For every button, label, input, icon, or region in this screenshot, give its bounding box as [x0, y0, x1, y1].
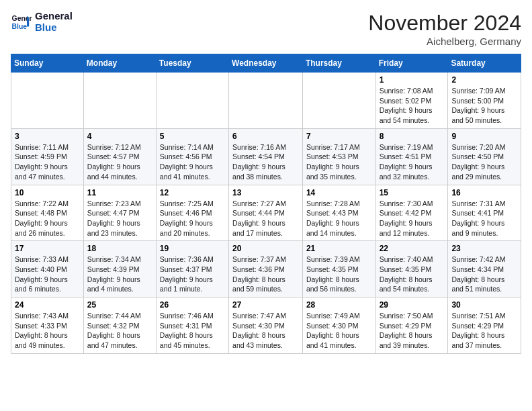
day-number: 13 — [232, 188, 299, 197]
weekday-header: Monday — [83, 54, 156, 73]
day-number: 30 — [451, 300, 517, 310]
day-number: 9 — [451, 132, 517, 141]
day-info: Sunrise: 7:11 AM Sunset: 4:59 PM Dayligh… — [15, 142, 80, 182]
day-info: Sunrise: 7:36 AM Sunset: 4:37 PM Dayligh… — [160, 255, 225, 294]
calendar-cell: 15Sunrise: 7:30 AM Sunset: 4:42 PM Dayli… — [375, 185, 448, 241]
weekday-header: Saturday — [448, 54, 521, 73]
day-number: 21 — [306, 244, 372, 253]
day-info: Sunrise: 7:09 AM Sunset: 5:00 PM Dayligh… — [451, 86, 517, 126]
day-number: 18 — [87, 244, 152, 253]
day-info: Sunrise: 7:30 AM Sunset: 4:42 PM Dayligh… — [380, 199, 445, 238]
day-info: Sunrise: 7:51 AM Sunset: 4:29 PM Dayligh… — [451, 311, 517, 351]
calendar-cell — [11, 73, 84, 129]
day-number: 8 — [380, 132, 445, 141]
day-number: 10 — [15, 188, 80, 197]
calendar-cell: 3Sunrise: 7:11 AM Sunset: 4:59 PM Daylig… — [11, 128, 84, 185]
day-number: 26 — [160, 300, 225, 310]
day-number: 29 — [380, 300, 445, 310]
day-number: 16 — [451, 188, 517, 197]
day-number: 23 — [451, 244, 517, 253]
day-info: Sunrise: 7:43 AM Sunset: 4:33 PM Dayligh… — [15, 311, 80, 351]
day-info: Sunrise: 7:17 AM Sunset: 4:53 PM Dayligh… — [306, 142, 372, 182]
day-info: Sunrise: 7:46 AM Sunset: 4:31 PM Dayligh… — [160, 311, 225, 351]
day-info: Sunrise: 7:40 AM Sunset: 4:35 PM Dayligh… — [380, 255, 445, 294]
day-info: Sunrise: 7:28 AM Sunset: 4:43 PM Dayligh… — [306, 199, 372, 238]
day-number: 14 — [306, 188, 372, 197]
day-number: 22 — [380, 244, 445, 253]
weekday-row: SundayMondayTuesdayWednesdayThursdayFrid… — [11, 54, 521, 73]
calendar-cell: 26Sunrise: 7:46 AM Sunset: 4:31 PM Dayli… — [156, 298, 228, 354]
calendar-cell: 30Sunrise: 7:51 AM Sunset: 4:29 PM Dayli… — [448, 298, 521, 354]
calendar-cell: 13Sunrise: 7:27 AM Sunset: 4:44 PM Dayli… — [229, 185, 303, 241]
calendar-cell: 17Sunrise: 7:33 AM Sunset: 4:40 PM Dayli… — [11, 241, 84, 298]
day-info: Sunrise: 7:37 AM Sunset: 4:36 PM Dayligh… — [232, 255, 299, 294]
calendar-cell: 16Sunrise: 7:31 AM Sunset: 4:41 PM Dayli… — [448, 185, 521, 241]
day-info: Sunrise: 7:20 AM Sunset: 4:50 PM Dayligh… — [451, 142, 517, 182]
day-info: Sunrise: 7:42 AM Sunset: 4:34 PM Dayligh… — [451, 255, 517, 294]
day-info: Sunrise: 7:08 AM Sunset: 5:02 PM Dayligh… — [380, 86, 445, 126]
month-title: November 2024 — [368, 11, 521, 36]
day-info: Sunrise: 7:49 AM Sunset: 4:30 PM Dayligh… — [306, 311, 372, 351]
svg-text:Blue: Blue — [12, 22, 28, 30]
weekday-header: Thursday — [302, 54, 375, 73]
logo-icon: General Blue — [11, 11, 32, 33]
svg-text:General: General — [12, 15, 32, 22]
calendar-cell: 2Sunrise: 7:09 AM Sunset: 5:00 PM Daylig… — [448, 73, 521, 129]
calendar-week-row: 10Sunrise: 7:22 AM Sunset: 4:48 PM Dayli… — [11, 185, 521, 241]
page-header: General Blue General Blue November 2024 … — [11, 11, 521, 47]
calendar-week-row: 1Sunrise: 7:08 AM Sunset: 5:02 PM Daylig… — [11, 73, 521, 129]
calendar-cell: 20Sunrise: 7:37 AM Sunset: 4:36 PM Dayli… — [229, 241, 303, 298]
calendar-cell — [302, 73, 375, 129]
calendar-cell — [229, 73, 303, 129]
calendar-week-row: 3Sunrise: 7:11 AM Sunset: 4:59 PM Daylig… — [11, 128, 521, 185]
calendar-cell — [83, 73, 156, 129]
day-number: 4 — [87, 132, 152, 141]
calendar-cell: 29Sunrise: 7:50 AM Sunset: 4:29 PM Dayli… — [375, 298, 448, 354]
day-info: Sunrise: 7:34 AM Sunset: 4:39 PM Dayligh… — [87, 255, 152, 294]
location-subtitle: Aichelberg, Germany — [368, 36, 521, 47]
calendar-cell: 25Sunrise: 7:44 AM Sunset: 4:32 PM Dayli… — [83, 298, 156, 354]
weekday-header: Friday — [375, 54, 448, 73]
calendar-cell: 7Sunrise: 7:17 AM Sunset: 4:53 PM Daylig… — [302, 128, 375, 185]
day-number: 20 — [232, 244, 299, 253]
day-number: 24 — [15, 300, 80, 310]
day-info: Sunrise: 7:47 AM Sunset: 4:30 PM Dayligh… — [232, 311, 299, 351]
calendar-cell: 4Sunrise: 7:12 AM Sunset: 4:57 PM Daylig… — [83, 128, 156, 185]
day-info: Sunrise: 7:39 AM Sunset: 4:35 PM Dayligh… — [306, 255, 372, 294]
calendar-cell: 10Sunrise: 7:22 AM Sunset: 4:48 PM Dayli… — [11, 185, 84, 241]
weekday-header: Sunday — [11, 54, 84, 73]
day-info: Sunrise: 7:16 AM Sunset: 4:54 PM Dayligh… — [232, 142, 299, 182]
calendar-cell: 9Sunrise: 7:20 AM Sunset: 4:50 PM Daylig… — [448, 128, 521, 185]
title-block: November 2024 Aichelberg, Germany — [368, 11, 521, 47]
day-info: Sunrise: 7:12 AM Sunset: 4:57 PM Dayligh… — [87, 142, 152, 182]
calendar-cell: 23Sunrise: 7:42 AM Sunset: 4:34 PM Dayli… — [448, 241, 521, 298]
day-number: 12 — [160, 188, 225, 197]
day-number: 2 — [451, 75, 517, 85]
calendar-cell: 1Sunrise: 7:08 AM Sunset: 5:02 PM Daylig… — [375, 73, 448, 129]
day-number: 6 — [232, 132, 299, 141]
calendar-cell: 12Sunrise: 7:25 AM Sunset: 4:46 PM Dayli… — [156, 185, 228, 241]
calendar-cell: 8Sunrise: 7:19 AM Sunset: 4:51 PM Daylig… — [375, 128, 448, 185]
calendar-cell: 18Sunrise: 7:34 AM Sunset: 4:39 PM Dayli… — [83, 241, 156, 298]
day-info: Sunrise: 7:50 AM Sunset: 4:29 PM Dayligh… — [380, 311, 445, 351]
calendar-cell: 27Sunrise: 7:47 AM Sunset: 4:30 PM Dayli… — [229, 298, 303, 354]
day-info: Sunrise: 7:19 AM Sunset: 4:51 PM Dayligh… — [380, 142, 445, 182]
calendar-body: 1Sunrise: 7:08 AM Sunset: 5:02 PM Daylig… — [11, 73, 521, 354]
day-info: Sunrise: 7:44 AM Sunset: 4:32 PM Dayligh… — [87, 311, 152, 351]
day-info: Sunrise: 7:31 AM Sunset: 4:41 PM Dayligh… — [451, 199, 517, 238]
day-info: Sunrise: 7:14 AM Sunset: 4:56 PM Dayligh… — [160, 142, 225, 182]
calendar-cell: 22Sunrise: 7:40 AM Sunset: 4:35 PM Dayli… — [375, 241, 448, 298]
day-info: Sunrise: 7:23 AM Sunset: 4:47 PM Dayligh… — [87, 199, 152, 238]
calendar-cell: 14Sunrise: 7:28 AM Sunset: 4:43 PM Dayli… — [302, 185, 375, 241]
day-number: 27 — [232, 300, 299, 310]
weekday-header: Tuesday — [156, 54, 228, 73]
calendar-cell: 19Sunrise: 7:36 AM Sunset: 4:37 PM Dayli… — [156, 241, 228, 298]
calendar-table: SundayMondayTuesdayWednesdayThursdayFrid… — [11, 54, 521, 354]
calendar-cell: 6Sunrise: 7:16 AM Sunset: 4:54 PM Daylig… — [229, 128, 303, 185]
weekday-header: Wednesday — [229, 54, 303, 73]
logo: General Blue General Blue — [11, 11, 73, 33]
calendar-cell: 21Sunrise: 7:39 AM Sunset: 4:35 PM Dayli… — [302, 241, 375, 298]
day-number: 28 — [306, 300, 372, 310]
day-number: 15 — [380, 188, 445, 197]
day-number: 7 — [306, 132, 372, 141]
